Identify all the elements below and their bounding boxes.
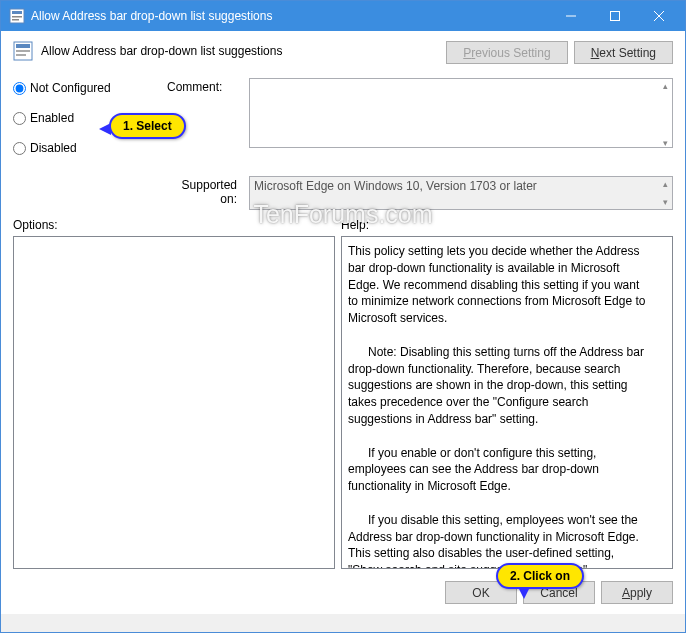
- scroll-up-icon: ▴: [657, 176, 673, 192]
- enabled-radio[interactable]: [13, 112, 26, 125]
- cancel-button[interactable]: Cancel: [523, 581, 595, 604]
- content-area: Not Configured Enabled Disabled Comment:…: [1, 72, 685, 614]
- sub-header: Allow Address bar drop-down list suggest…: [1, 31, 685, 72]
- maximize-button[interactable]: [593, 1, 637, 31]
- disabled-radio[interactable]: [13, 142, 26, 155]
- not-configured-radio[interactable]: [13, 82, 26, 95]
- scroll-down-icon: ▾: [657, 194, 673, 210]
- close-button[interactable]: [637, 1, 681, 31]
- supported-label: Supported on:: [167, 176, 237, 206]
- next-setting-button[interactable]: Next Setting: [574, 41, 673, 64]
- previous-setting-button[interactable]: Previous Setting: [446, 41, 567, 64]
- comment-textarea[interactable]: [249, 78, 673, 148]
- svg-rect-11: [16, 54, 26, 56]
- help-label: Help:: [341, 218, 369, 232]
- policy-icon: [13, 41, 33, 61]
- ok-button[interactable]: OK: [445, 581, 517, 604]
- enabled-label: Enabled: [30, 111, 74, 125]
- comment-label: Comment:: [167, 78, 237, 94]
- policy-icon: [9, 8, 25, 24]
- minimize-button[interactable]: [549, 1, 593, 31]
- disabled-label: Disabled: [30, 141, 77, 155]
- svg-rect-10: [16, 50, 30, 52]
- scroll-down-icon: ▾: [657, 135, 673, 151]
- scrollbar[interactable]: ▴ ▾: [657, 176, 673, 210]
- titlebar: Allow Address bar drop-down list suggest…: [1, 1, 685, 31]
- svg-rect-9: [16, 44, 30, 48]
- svg-rect-5: [611, 12, 620, 21]
- apply-button[interactable]: Apply: [601, 581, 673, 604]
- options-label: Options:: [13, 218, 333, 232]
- window-title: Allow Address bar drop-down list suggest…: [31, 9, 549, 23]
- supported-on-field: Microsoft Edge on Windows 10, Version 17…: [249, 176, 673, 210]
- svg-rect-1: [12, 11, 22, 14]
- options-panel: [13, 236, 335, 569]
- policy-title: Allow Address bar drop-down list suggest…: [41, 44, 282, 58]
- help-panel: This policy setting lets you decide whet…: [341, 236, 673, 569]
- scroll-up-icon: ▴: [657, 78, 673, 94]
- svg-rect-2: [12, 16, 22, 18]
- svg-rect-3: [12, 19, 19, 21]
- not-configured-label: Not Configured: [30, 81, 111, 95]
- scrollbar[interactable]: ▴ ▾: [657, 78, 673, 151]
